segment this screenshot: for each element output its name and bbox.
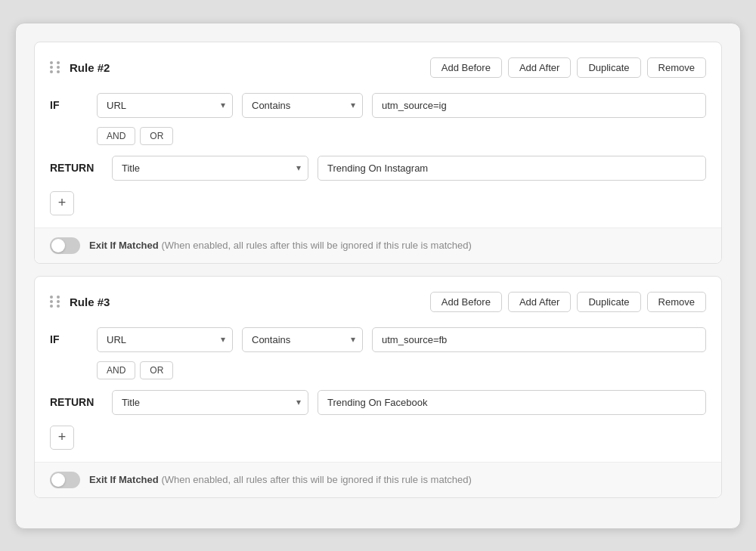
or-button-2[interactable]: OR [140, 127, 173, 145]
rule-action-buttons-3: Add Before Add After Duplicate Remove [430, 292, 706, 312]
rule-header-left-2: Rule #2 [50, 61, 110, 74]
if-field-select-wrapper-2: URL Title Path [97, 93, 233, 118]
if-field-select-3[interactable]: URL Title Path [97, 327, 233, 352]
return-field-select-3[interactable]: Title URL Path [112, 390, 308, 415]
return-label-3: RETURN [50, 396, 103, 408]
return-value-input-3[interactable] [318, 390, 706, 415]
add-before-button-2[interactable]: Add Before [430, 57, 502, 78]
if-operator-select-wrapper-3: Contains Does Not Contain Equals [242, 327, 363, 352]
rule-block-3: Rule #3 Add Before Add After Duplicate R… [34, 276, 722, 498]
return-label-2: RETURN [50, 162, 103, 174]
drag-handle-3[interactable] [50, 296, 62, 308]
rule-header-2: Rule #2 Add Before Add After Duplicate R… [50, 57, 706, 78]
exit-row-2: Exit If Matched (When enabled, all rules… [35, 228, 721, 263]
if-value-input-3[interactable] [372, 327, 706, 352]
return-field-select-wrapper-2: Title URL Path [112, 156, 308, 181]
if-field-select-2[interactable]: URL Title Path [97, 93, 233, 118]
exit-text-3: Exit If Matched (When enabled, all rules… [89, 474, 472, 485]
return-value-input-2[interactable] [318, 156, 706, 181]
add-before-button-3[interactable]: Add Before [430, 292, 502, 312]
if-field-select-wrapper-3: URL Title Path [97, 327, 233, 352]
duplicate-button-3[interactable]: Duplicate [577, 292, 640, 312]
or-button-3[interactable]: OR [140, 361, 173, 379]
add-after-button-2[interactable]: Add After [508, 57, 571, 78]
return-field-select-wrapper-3: Title URL Path [112, 390, 308, 415]
return-row-3: RETURN Title URL Path [50, 390, 706, 415]
exit-toggle-2[interactable] [50, 237, 80, 254]
if-label-3: IF [50, 333, 88, 345]
exit-text-2: Exit If Matched (When enabled, all rules… [89, 240, 472, 251]
rule-header-left-3: Rule #3 [50, 296, 110, 308]
rule-title-2: Rule #2 [70, 61, 110, 74]
rule-title-3: Rule #3 [70, 296, 110, 308]
exit-row-3: Exit If Matched (When enabled, all rules… [35, 462, 721, 497]
if-operator-select-wrapper-2: Contains Does Not Contain Equals [242, 93, 363, 118]
add-condition-button-2[interactable]: + [50, 191, 74, 215]
if-label-2: IF [50, 99, 88, 111]
if-row-3: IF URL Title Path Contains Does Not Cont… [50, 327, 706, 352]
and-button-3[interactable]: AND [97, 361, 135, 379]
main-container: Rule #2 Add Before Add After Duplicate R… [15, 23, 741, 529]
and-button-2[interactable]: AND [97, 127, 135, 145]
return-field-select-2[interactable]: Title URL Path [112, 156, 308, 181]
return-row-2: RETURN Title URL Path [50, 156, 706, 181]
rule-header-3: Rule #3 Add Before Add After Duplicate R… [50, 292, 706, 312]
add-condition-button-3[interactable]: + [50, 426, 74, 450]
and-or-row-3: AND OR [97, 361, 706, 379]
drag-handle-2[interactable] [50, 61, 62, 73]
rule-action-buttons-2: Add Before Add After Duplicate Remove [430, 57, 706, 78]
if-row-2: IF URL Title Path Contains Does Not Cont… [50, 93, 706, 118]
rule-block-2: Rule #2 Add Before Add After Duplicate R… [34, 42, 722, 264]
duplicate-button-2[interactable]: Duplicate [577, 57, 640, 78]
and-or-row-2: AND OR [97, 127, 706, 145]
if-operator-select-3[interactable]: Contains Does Not Contain Equals [242, 327, 363, 352]
exit-toggle-3[interactable] [50, 472, 80, 488]
if-value-input-2[interactable] [372, 93, 706, 118]
add-after-button-3[interactable]: Add After [508, 292, 571, 312]
remove-button-3[interactable]: Remove [647, 292, 706, 312]
if-operator-select-2[interactable]: Contains Does Not Contain Equals [242, 93, 363, 118]
remove-button-2[interactable]: Remove [647, 57, 706, 78]
